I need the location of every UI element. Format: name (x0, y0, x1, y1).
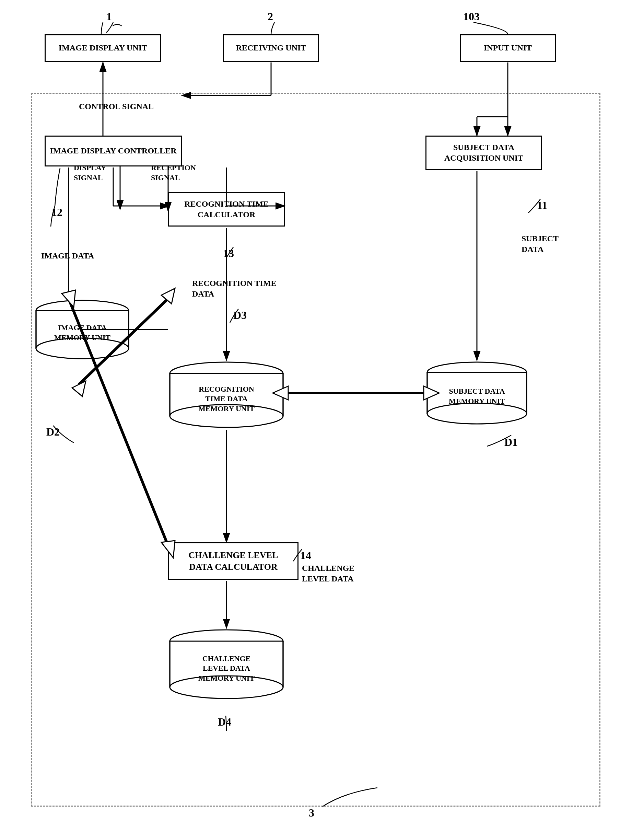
ref-13: 13 (223, 247, 234, 260)
ref-2: 2 (268, 10, 273, 23)
image-data-memory-unit: IMAGE DATAMEMORY UNIT (34, 299, 130, 360)
challenge-level-data-label: CHALLENGELEVEL DATA (302, 563, 355, 584)
ref-14: 14 (300, 549, 311, 562)
control-signal-label: CONTROL SIGNAL (79, 101, 154, 112)
recognition-time-data-label: RECOGNITION TIMEDATA (192, 278, 276, 299)
ref-1: 1 (106, 10, 112, 23)
ref-3: 3 (309, 806, 314, 819)
image-display-unit: IMAGE DISPLAY UNIT (45, 34, 161, 62)
ref-D4: D4 (218, 716, 231, 728)
ref-D3: D3 (233, 309, 247, 322)
input-unit: INPUT UNIT (460, 34, 556, 62)
receiving-unit: RECEIVING UNIT (223, 34, 319, 62)
recognition-time-data-memory-unit: RECOGNITIONTIME DATAMEMORY UNIT (168, 360, 285, 429)
main-system-box (31, 93, 601, 806)
ref-103: 103 (463, 10, 479, 23)
ref-12: 12 (51, 206, 62, 219)
subject-data-label: SUBJECTDATA (521, 234, 559, 255)
subject-data-memory-unit: SUBJECT DATAMEMORY UNIT (425, 360, 528, 426)
display-signal-label: DISPLAYSIGNAL (74, 163, 106, 182)
reception-signal-label: RECEPTIONSIGNAL (151, 163, 196, 182)
ref-11: 11 (537, 199, 547, 212)
recognition-time-calculator: RECOGNITION TIMECALCULATOR (168, 192, 285, 227)
challenge-level-data-memory-unit: CHALLENGELEVEL DATAMEMORY UNIT (168, 628, 285, 700)
image-data-label: IMAGE DATA (41, 251, 94, 261)
challenge-level-data-calculator: CHALLENGE LEVELDATA CALCULATOR (168, 542, 299, 580)
diagram-container: 1 ⌒ 2 103 IMAGE DISPLAY UNIT RECEIVING U… (0, 0, 644, 832)
subject-data-acquisition-unit: SUBJECT DATAACQUISITION UNIT (425, 136, 542, 170)
ref-D2: D2 (46, 426, 60, 438)
image-display-controller: IMAGE DISPLAY CONTROLLER (45, 136, 182, 166)
ref-D1: D1 (504, 436, 518, 449)
